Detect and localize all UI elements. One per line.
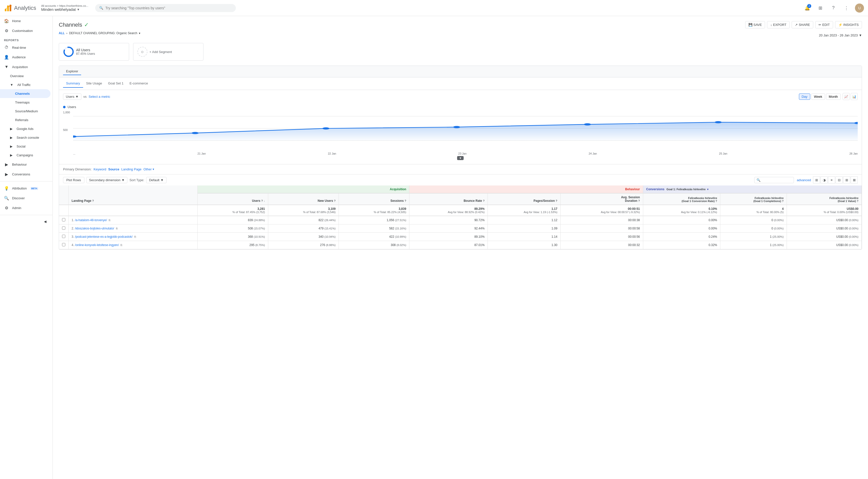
sidebar-item-audience[interactable]: 👤 Audience	[0, 52, 51, 62]
sidebar-item-sourcemedium[interactable]: Source/Medium	[0, 107, 51, 116]
sidebar-item-home[interactable]: 🏠 Home	[0, 16, 51, 26]
th-landing-page[interactable]: Landing Page ?	[68, 185, 198, 205]
sidebar-item-behaviour[interactable]: ▶ Behaviour	[0, 159, 51, 169]
avatar[interactable]: U	[855, 3, 864, 12]
sidebar-item-treemaps[interactable]: Treemaps	[0, 98, 51, 107]
tab-ecommerce[interactable]: E-commerce	[127, 80, 151, 88]
time-btn-week[interactable]: Week	[811, 93, 825, 100]
row-2-landing-page[interactable]: /idoszakos-bojtoles-utmutato/	[75, 227, 114, 230]
th-conv-completions[interactable]: Feliratkozás hírlevélre(Goal 1 Completio…	[720, 193, 787, 205]
th-conv-value[interactable]: Feliratkozás hírlevélre(Goal 1 Value) ?	[787, 193, 862, 205]
edit-button[interactable]: ✏ EDIT	[815, 21, 833, 28]
help-button[interactable]: ?	[829, 3, 838, 12]
th-pages-session[interactable]: Pages/Session ?	[488, 193, 561, 205]
pie-view-button[interactable]: ◑	[820, 176, 828, 183]
search-bar[interactable]: 🔍	[95, 4, 236, 12]
th-sessions[interactable]: Sessions ?	[339, 193, 409, 205]
row-1-copy-icon[interactable]: ⎘	[109, 219, 111, 222]
row-2-checkbox[interactable]	[62, 227, 65, 230]
notifications-button[interactable]: 🔔 2	[803, 3, 812, 12]
users-help-icon[interactable]: ?	[261, 199, 263, 202]
table-search[interactable]: 🔍	[754, 177, 794, 183]
tab-goal-set-1[interactable]: Goal Set 1	[105, 80, 126, 88]
property-name[interactable]: Minden webhelyadat ▼	[41, 7, 88, 11]
insights-button[interactable]: ⚡ INSIGHTS	[835, 21, 862, 28]
pivot-view-button[interactable]: ⊞	[843, 176, 850, 183]
tab-site-usage[interactable]: Site Usage	[83, 80, 105, 88]
landing-page-help-icon[interactable]: ?	[92, 199, 94, 202]
plot-rows-button[interactable]: Plot Rows	[63, 177, 84, 183]
dim-source[interactable]: Source	[108, 168, 119, 171]
date-range-selector[interactable]: 20 Jan 2023 - 26 Jan 2023 ▼	[819, 33, 862, 37]
property-selector[interactable]: All accounts > https://norberthires.co..…	[41, 4, 88, 11]
advanced-link[interactable]: advanced	[797, 178, 811, 182]
explorer-tab[interactable]: Explorer	[63, 68, 81, 75]
conv-dropdown-arrow[interactable]: ▼	[707, 188, 709, 191]
add-segment-button[interactable]: ○ + Add Segment	[133, 43, 204, 61]
row-4-landing-page[interactable]: /online-konyvek-letoltese-ingyen/	[75, 243, 119, 247]
users-sort-icon[interactable]: ↓	[264, 200, 265, 202]
share-button[interactable]: ↗ SHARE	[792, 21, 813, 28]
table-view-button[interactable]: ⊟	[836, 176, 843, 183]
sidebar-item-social[interactable]: ▶ Social	[0, 142, 51, 151]
sidebar-item-discover[interactable]: 🔍 Discover	[0, 193, 51, 203]
row-1-landing-page[interactable]: /a-hatalom-48-torvenye/	[75, 218, 107, 222]
save-button[interactable]: 💾 SAVE	[745, 21, 765, 28]
pages-help-icon[interactable]: ?	[556, 199, 557, 202]
sidebar-item-searchconsole[interactable]: ▶ Search console	[0, 133, 51, 142]
sidebar-item-channels[interactable]: Channels	[0, 89, 51, 98]
row-4-checkbox[interactable]	[62, 243, 65, 246]
sidebar-item-googleads[interactable]: ▶ Google Ads	[0, 124, 51, 133]
segment-all-users[interactable]: All Users 87.45% Users	[59, 43, 129, 61]
sidebar-item-realtime[interactable]: ⏱ Real-time	[0, 43, 51, 52]
bar-chart-view-button[interactable]: 📊	[851, 93, 858, 100]
line-chart-view-button[interactable]: 📈	[843, 93, 850, 100]
row-3-checkbox[interactable]	[62, 235, 65, 238]
breadcrumb-all[interactable]: ALL	[59, 31, 65, 35]
row-2-copy-icon[interactable]: ⎘	[116, 227, 118, 230]
logo[interactable]: Analytics	[4, 4, 36, 12]
time-btn-day[interactable]: Day	[799, 93, 810, 100]
time-btn-month[interactable]: Month	[826, 93, 841, 100]
sidebar-item-admin[interactable]: ⚙ Admin	[0, 203, 51, 213]
export-button[interactable]: ↓ EXPORT	[767, 21, 789, 28]
row-4-copy-icon[interactable]: ⎘	[121, 243, 122, 246]
avg-session-help-icon[interactable]: ?	[638, 199, 640, 202]
row-1-checkbox[interactable]	[62, 218, 65, 221]
th-bounce-rate[interactable]: Bounce Rate ?	[409, 193, 488, 205]
th-users[interactable]: Users ? ↓	[197, 193, 268, 205]
sidebar-item-alltraffic[interactable]: ▼ All Traffic	[0, 81, 51, 89]
apps-button[interactable]: ⊞	[816, 3, 825, 12]
metric-dropdown[interactable]: Users ▼	[63, 93, 82, 100]
sidebar-item-conversions[interactable]: ▶ Conversions	[0, 169, 51, 179]
search-input[interactable]	[105, 6, 232, 10]
conv-completions-help-icon[interactable]: ?	[782, 200, 784, 203]
more-options-button[interactable]: ⋮	[842, 3, 851, 12]
conv-rate-help-icon[interactable]: ?	[716, 200, 717, 203]
chart-plot-area[interactable]	[73, 111, 858, 146]
row-3-copy-icon[interactable]: ⎘	[134, 235, 136, 238]
custom-view-button[interactable]: ⊠	[851, 176, 858, 183]
dim-landing-page[interactable]: Landing Page	[121, 168, 142, 171]
sidebar-item-overview[interactable]: Overview	[0, 71, 51, 81]
grid-view-button[interactable]: ⊞	[813, 176, 820, 183]
compare-view-button[interactable]: ≡	[828, 176, 835, 183]
sort-type-dropdown[interactable]: Default ▼	[146, 177, 166, 183]
sidebar-item-campaigns[interactable]: ▶ Campaigns	[0, 151, 51, 159]
conv-value-help-icon[interactable]: ?	[857, 200, 859, 203]
sidebar-item-customisation[interactable]: ⚙ Customisation	[0, 26, 51, 36]
sidebar-item-acquisition[interactable]: ▼ Acquisition	[0, 62, 51, 71]
select-metric-button[interactable]: Select a metric	[89, 95, 110, 98]
breadcrumb-channel[interactable]: DEFAULT CHANNEL GROUPING: Organic Search…	[69, 31, 141, 35]
secondary-dimension-dropdown[interactable]: Secondary dimension ▼	[86, 177, 128, 183]
tab-summary[interactable]: Summary	[63, 80, 83, 88]
sidebar-collapse-button[interactable]: ◀	[0, 217, 51, 226]
th-conv-rate[interactable]: Feliratkozás hírlevélre(Goal 1 Conversio…	[643, 193, 720, 205]
dim-other-dropdown[interactable]: Other ▼	[144, 168, 154, 171]
table-search-input[interactable]	[762, 178, 792, 182]
th-avg-session[interactable]: Avg. SessionDuration ?	[561, 193, 643, 205]
new-users-help-icon[interactable]: ?	[334, 199, 336, 202]
sidebar-item-referrals[interactable]: Referrals	[0, 116, 51, 124]
sessions-help-icon[interactable]: ?	[405, 199, 406, 202]
sidebar-item-attribution[interactable]: 💡 Attribution BETA	[0, 183, 51, 193]
